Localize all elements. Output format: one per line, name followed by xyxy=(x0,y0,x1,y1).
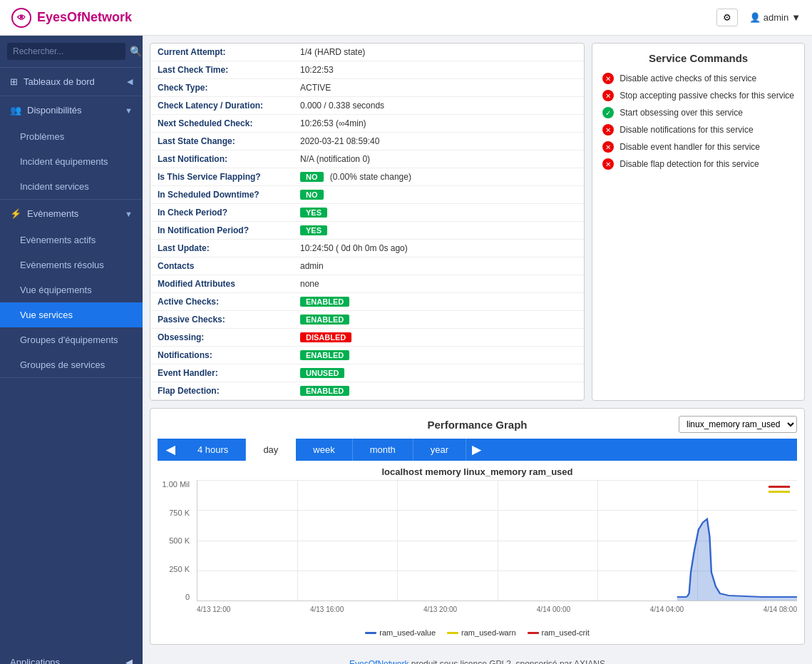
search-input[interactable] xyxy=(7,43,125,60)
table-row: Last Notification: N/A (notification 0) xyxy=(150,150,584,168)
sidebar-item-tableaux[interactable]: ⊞ Tableaux de bord ◀ xyxy=(0,68,143,96)
sidebar-item-applications[interactable]: Applications ◀ xyxy=(0,648,143,664)
performance-graph-section: Performance Graph linux_memory ram_used … xyxy=(150,408,805,645)
value-flapping: NO (0.00% state change) xyxy=(293,168,584,186)
label-modified-attributes: Modified Attributes xyxy=(150,275,293,293)
table-row: Flap Detection: ENABLED xyxy=(150,382,584,400)
sidebar-item-groupes-services[interactable]: Groupes de services xyxy=(0,352,143,377)
legend-item-crit: ram_used-crit xyxy=(528,628,590,637)
sidebar-item-incident-services[interactable]: Incident services xyxy=(0,174,143,199)
chart-legend-lines xyxy=(769,486,790,493)
evenements-label: Evènements xyxy=(27,208,125,219)
perf-tab-4hours[interactable]: 4 hours xyxy=(180,439,246,461)
logo-icon: 👁 xyxy=(11,8,31,28)
cmd-disable-flap[interactable]: ✕ Disable flap detection for this servic… xyxy=(602,158,794,170)
badge-no-flapping: NO xyxy=(300,172,324,182)
table-row: Passive Checks: ENABLED xyxy=(150,311,584,329)
table-row: Active Checks: ENABLED xyxy=(150,293,584,311)
search-button[interactable]: 🔍 xyxy=(130,46,142,57)
badge-flap-detection: ENABLED xyxy=(300,386,349,396)
value-check-type: ACTIVE xyxy=(293,79,584,97)
legend-warn-line xyxy=(769,491,790,493)
sidebar-item-disponibilites[interactable]: 👥 Disponibilités ▼ xyxy=(0,96,143,124)
footer-link[interactable]: EyesOfNetwork xyxy=(349,659,408,664)
label-last-state-change: Last State Change: xyxy=(150,133,293,150)
perf-tab-next-arrow[interactable]: ▶ xyxy=(466,443,486,456)
perf-title: Performance Graph xyxy=(371,419,584,431)
cmd-stop-passive[interactable]: ✕ Stop accepting passive checks for this… xyxy=(602,90,794,101)
disponibilites-label: Disponibilités xyxy=(27,105,125,116)
value-check-period: YES xyxy=(293,204,584,222)
main-content: Current Attempt: 1/4 (HARD state) Last C… xyxy=(143,36,812,664)
badge-yes-check-period: YES xyxy=(300,208,327,218)
label-notifications: Notifications: xyxy=(150,347,293,364)
sidebar-item-evenements[interactable]: ⚡ Evènements ▼ xyxy=(0,200,143,228)
perf-tab-year[interactable]: year xyxy=(413,439,466,461)
sidebar-item-vue-services[interactable]: Vue services xyxy=(0,302,143,327)
cmd-start-obsessing[interactable]: ✓ Start obsessing over this service xyxy=(602,107,794,118)
label-last-check-time: Last Check Time: xyxy=(150,61,293,79)
chart-svg xyxy=(197,480,797,601)
x-label-6: 4/14 08:00 xyxy=(764,606,797,623)
main-layout: 🔍 ⊞ Tableaux de bord ◀ 👥 Disponibilités … xyxy=(0,36,812,664)
graph-y-labels: 1.00 Mil 750 K 500 K 250 K 0 xyxy=(158,480,193,601)
legend-label-value: ram_used-value xyxy=(379,628,436,637)
user-menu-button[interactable]: 👤 admin ▼ xyxy=(749,12,801,23)
value-last-update: 10:24:50 ( 0d 0h 0m 0s ago) xyxy=(293,240,584,257)
value-passive-checks: ENABLED xyxy=(293,311,584,329)
perf-graph-select[interactable]: linux_memory ram_used xyxy=(679,416,797,433)
graph-container: 1.00 Mil 750 K 500 K 250 K 0 xyxy=(158,480,797,623)
value-notif-period: YES xyxy=(293,222,584,240)
label-flap-detection: Flap Detection: xyxy=(150,382,293,400)
value-modified-attributes: none xyxy=(293,275,584,293)
label-downtime: In Scheduled Downtime? xyxy=(150,186,293,204)
sidebar-item-problemes[interactable]: Problèmes xyxy=(0,124,143,149)
perf-tab-day[interactable]: day xyxy=(246,439,296,461)
badge-active-checks: ENABLED xyxy=(300,297,349,307)
table-row: Next Scheduled Check: 10:26:53 (∞4min) xyxy=(150,115,584,133)
x-label-4: 4/14 00:00 xyxy=(537,606,570,623)
cmd-disable-notif[interactable]: ✕ Disable notifications for this service xyxy=(602,124,794,136)
value-active-checks: ENABLED xyxy=(293,293,584,311)
perf-tab-week[interactable]: week xyxy=(296,439,352,461)
logo: 👁 EyesOfNetwork xyxy=(11,8,132,28)
graph-area xyxy=(197,480,797,601)
perf-tab-prev-arrow[interactable]: ◀ xyxy=(160,443,180,456)
cmd-icon-red-1: ✕ xyxy=(602,73,614,84)
value-last-notification: N/A (notification 0) xyxy=(293,150,584,168)
badge-notifications: ENABLED xyxy=(300,350,349,360)
value-notifications: ENABLED xyxy=(293,347,584,364)
sidebar-item-incident-equipements[interactable]: Incident équipements xyxy=(0,149,143,174)
badge-passive-checks: ENABLED xyxy=(300,315,349,325)
topnav-right: ⚙ 👤 admin ▼ xyxy=(716,9,801,26)
footer-text: produit sous licence GPL2, sponsorisé pa… xyxy=(411,659,605,664)
table-row: Event Handler: UNUSED xyxy=(150,364,584,382)
cmd-disable-active[interactable]: ✕ Disable active checks of this service xyxy=(602,73,794,84)
footer: EyesOfNetwork produit sous licence GPL2,… xyxy=(143,652,812,664)
perf-select-container: linux_memory ram_used xyxy=(584,416,797,433)
perf-tab-month[interactable]: month xyxy=(353,439,413,461)
cmd-disable-event[interactable]: ✕ Disable event handler for this service xyxy=(602,141,794,153)
table-row: Last Check Time: 10:22:53 xyxy=(150,61,584,79)
applications-chevron-icon: ◀ xyxy=(125,657,133,664)
sidebar-item-vue-equipements[interactable]: Vue équipements xyxy=(0,277,143,302)
label-active-checks: Active Checks: xyxy=(150,293,293,311)
logo-text: EyesOfNetwork xyxy=(37,10,132,25)
settings-button[interactable]: ⚙ xyxy=(716,9,738,26)
sidebar-item-groupes-equipements[interactable]: Groupes d'équipements xyxy=(0,327,143,352)
value-last-check-time: 10:22:53 xyxy=(293,61,584,79)
sidebar-item-evenements-actifs[interactable]: Evènements actifs xyxy=(0,228,143,252)
nav-section-disponibilites: 👥 Disponibilités ▼ Problèmes Incident éq… xyxy=(0,96,143,200)
legend-dot-value xyxy=(365,632,376,634)
tableaux-chevron-icon: ◀ xyxy=(127,77,133,86)
cmd-icon-red-4: ✕ xyxy=(602,141,614,153)
cmd-icon-red-3: ✕ xyxy=(602,124,614,136)
sidebar-item-evenements-resolus[interactable]: Evènements résolus xyxy=(0,252,143,277)
value-next-check: 10:26:53 (∞4min) xyxy=(293,115,584,133)
legend-item-value: ram_used-value xyxy=(365,628,436,637)
label-last-notification: Last Notification: xyxy=(150,150,293,168)
top-area: Current Attempt: 1/4 (HARD state) Last C… xyxy=(143,36,812,401)
evenements-chevron-icon: ▼ xyxy=(125,210,133,218)
table-row: Check Latency / Duration: 0.000 / 0.338 … xyxy=(150,97,584,115)
legend-crit-line xyxy=(769,486,790,488)
